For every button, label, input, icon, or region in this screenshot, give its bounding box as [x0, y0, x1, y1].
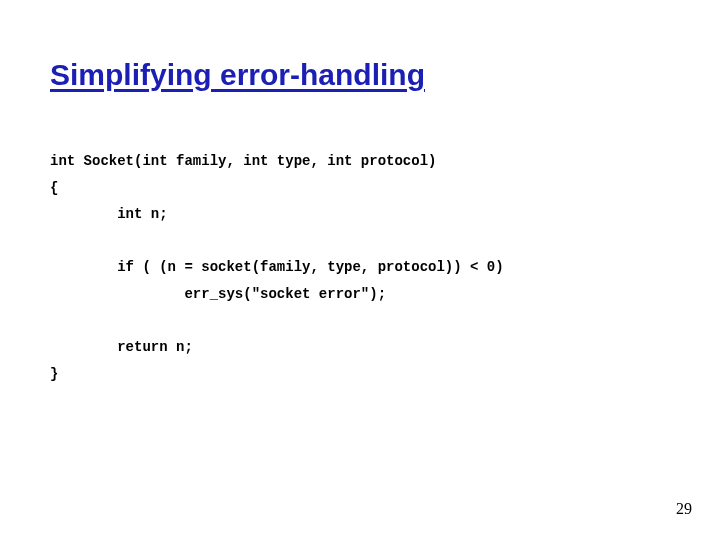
code-block: int Socket(int family, int type, int pro… [50, 148, 504, 387]
code-line: } [50, 366, 58, 382]
slide-title: Simplifying error-handling [50, 58, 425, 92]
code-line: err_sys("socket error"); [50, 286, 386, 302]
page-number: 29 [676, 500, 692, 518]
code-line: int n; [50, 206, 168, 222]
code-line: int Socket(int family, int type, int pro… [50, 153, 436, 169]
slide: Simplifying error-handling int Socket(in… [0, 0, 720, 540]
code-line: { [50, 180, 58, 196]
code-line: if ( (n = socket(family, type, protocol)… [50, 259, 504, 275]
code-line: return n; [50, 339, 193, 355]
